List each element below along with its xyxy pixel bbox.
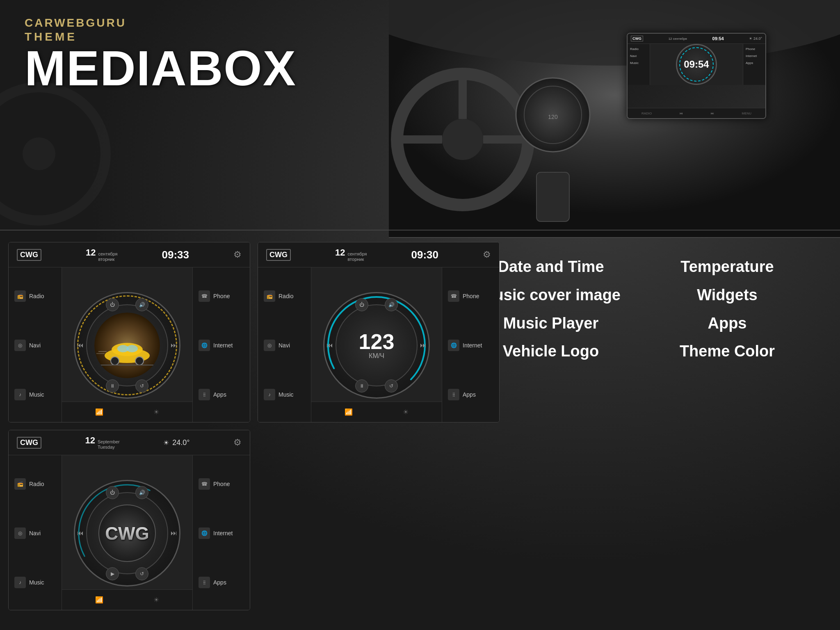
screen1-right-nav: ☎ Phone 🌐 Internet ⣿ Apps xyxy=(192,267,250,422)
screen2-center: ⏻ 🔊 ⏸ ↺ ⏮ ⏭ 123 xyxy=(311,267,442,422)
screen1-phone-icon: ☎ xyxy=(199,290,210,302)
svg-rect-10 xyxy=(536,172,569,221)
screen2-body: 📻 Radio ◎ Navi ♪ Music xyxy=(258,267,499,422)
feature-vehicle-logo: Vehicle Logo xyxy=(479,339,623,364)
screens-grid: CWG 12 сентября вторник 09:33 ⚙ 📻 Radio … xyxy=(8,242,492,610)
screen1-volume-btn[interactable]: 🔊 xyxy=(135,298,148,311)
screen3-nav-radio[interactable]: 📻 Radio xyxy=(9,475,62,493)
screen-speed: CWG 12 сентября вторник 09:30 ⚙ 📻 Radio … xyxy=(258,242,500,422)
screen2-date-num: 12 xyxy=(335,247,345,258)
screen2-prev-btn[interactable]: ⏮ xyxy=(326,342,333,349)
screen1-date-line2: вторник xyxy=(98,257,118,262)
screen3-center: ⏻ 🔊 ▶ ↺ ⏮ ⏭ xyxy=(62,455,192,610)
screen1-album-svg xyxy=(94,313,160,378)
screen1-date-num: 12 xyxy=(86,247,96,258)
screen1-nav-internet[interactable]: 🌐 Internet xyxy=(193,336,250,354)
screen3-nav-music[interactable]: ♪ Music xyxy=(9,573,62,591)
car-screen-inner: CWG 12 сентября 09:54 ☀ 24.0° Radio Navi… xyxy=(628,34,765,118)
screen2-next-btn[interactable]: ⏭ xyxy=(420,342,427,349)
screen1-repeat-btn[interactable]: ↺ xyxy=(135,379,148,393)
screen3-wifi-icon: 📶 xyxy=(95,596,103,604)
screen3-repeat-btn[interactable]: ↺ xyxy=(135,567,148,580)
header-area: CARWEBGURU THEME MEDIABOX xyxy=(25,16,297,93)
screen2-volume-btn[interactable]: 🔊 xyxy=(385,298,398,311)
screen3-temp: 24.0° xyxy=(172,438,189,447)
screen3-date: 12 September Tuesday xyxy=(85,435,119,450)
screen3-prev-btn[interactable]: ⏮ xyxy=(77,530,84,537)
screen1-header: CWG 12 сентября вторник 09:33 ⚙ xyxy=(9,242,250,267)
screen3-music-icon: ♪ xyxy=(14,577,26,588)
screen1-time: 09:33 xyxy=(162,249,189,261)
feature-theme-color: Theme Color xyxy=(655,339,799,364)
brand-name: CARWEBGURU xyxy=(25,16,297,30)
screen2-gear-icon[interactable]: ⚙ xyxy=(483,249,491,260)
speed-unit: КМ/Ч xyxy=(369,352,384,360)
screen2-header: CWG 12 сентября вторник 09:30 ⚙ xyxy=(258,242,499,267)
screen1-dial-inner xyxy=(86,304,168,386)
svg-text:120: 120 xyxy=(548,114,558,120)
screen1-nav-radio[interactable]: 📻 Radio xyxy=(9,287,62,305)
screen3-apps-icon: ⣿ xyxy=(199,577,210,588)
screen1-dial: ⏻ 🔊 ⏸ ↺ ⏮ ⏭ xyxy=(74,292,180,399)
screen1-date-text: сентября вторник xyxy=(98,251,118,262)
screen2-prev-icon: ⏮ xyxy=(326,342,333,349)
screen3-gear-icon[interactable]: ⚙ xyxy=(233,437,242,448)
steering-hub xyxy=(23,137,55,170)
feature-date-time: Date and Time xyxy=(479,254,623,279)
screen2-nav-music[interactable]: ♪ Music xyxy=(258,386,311,404)
screen1-next-btn[interactable]: ⏭ xyxy=(171,342,177,349)
screen1-gear-icon[interactable]: ⚙ xyxy=(233,249,242,260)
screen1-internet-icon: 🌐 xyxy=(199,340,210,351)
feature-music-player: Music Player xyxy=(479,311,623,336)
screen1-radio-icon: 📻 xyxy=(14,290,26,302)
screen1-music-icon: ♪ xyxy=(14,389,26,400)
screen2-date-text: сентября вторник xyxy=(348,251,367,262)
car-image-area: 120 CWG 12 сентября 09:54 ☀ 24.0° xyxy=(389,0,840,238)
screen1-date: 12 сентября вторник xyxy=(86,247,117,262)
screen2-dial-bottom-controls: ⏸ ↺ xyxy=(355,379,398,393)
screen3-nav-apps[interactable]: ⣿ Apps xyxy=(193,573,250,591)
screen2-nav-apps[interactable]: ⣿ Apps xyxy=(442,386,499,404)
screen3-next-btn[interactable]: ⏭ xyxy=(171,530,177,537)
screen3-brightness-icon: ☀ xyxy=(153,596,159,604)
screen3-header: CWG 12 September Tuesday ☀ 24.0° ⚙ xyxy=(9,430,250,455)
screen2-power-btn[interactable]: ⏻ xyxy=(355,298,368,311)
screen1-nav-phone[interactable]: ☎ Phone xyxy=(193,287,250,305)
screen3-footer: 📶 ☀ xyxy=(62,589,192,610)
screen3-volume-btn[interactable]: 🔊 xyxy=(135,486,148,499)
screen1-body: 📻 Radio ◎ Navi ♪ Music xyxy=(9,267,250,422)
screen3-body: 📻 Radio ◎ Navi ♪ Music xyxy=(9,455,250,610)
screen1-prev-btn[interactable]: ⏮ xyxy=(77,342,84,349)
screen3-nav-phone[interactable]: ☎ Phone xyxy=(193,475,250,493)
screen2-logo: CWG xyxy=(266,249,291,261)
screen3-play-btn[interactable]: ▶ xyxy=(106,567,119,580)
screen2-pause-btn[interactable]: ⏸ xyxy=(355,379,368,393)
screen1-nav-navi[interactable]: ◎ Navi xyxy=(9,336,62,354)
screen2-date-line2: вторник xyxy=(348,257,367,262)
svg-text:CWG: CWG xyxy=(105,523,149,543)
speed-value: 123 xyxy=(359,331,395,352)
screen1-center: ⏻ 🔊 ⏸ ↺ ⏮ ⏭ xyxy=(62,267,192,422)
screen2-dial-top-controls: ⏻ 🔊 xyxy=(355,298,398,311)
screen3-logo: CWG xyxy=(17,437,41,449)
screen2-repeat-btn[interactable]: ↺ xyxy=(385,379,398,393)
svg-point-21 xyxy=(126,345,138,352)
screen3-power-btn[interactable]: ⏻ xyxy=(106,486,119,499)
screen2-date-line1: сентября xyxy=(348,251,367,257)
screen2-nav-radio[interactable]: 📻 Radio xyxy=(258,287,311,305)
car-screen-time: 09:54 xyxy=(712,36,724,41)
screen1-power-btn[interactable]: ⏻ xyxy=(106,298,119,311)
screen1-nav-apps[interactable]: ⣿ Apps xyxy=(193,386,250,404)
screen2-footer: 📶 ☀ xyxy=(311,402,442,422)
screen2-nav-phone[interactable]: ☎ Phone xyxy=(442,287,499,305)
screen1-wifi-icon: 📶 xyxy=(95,408,103,416)
svg-point-22 xyxy=(111,357,119,365)
screen1-pause-btn[interactable]: ⏸ xyxy=(106,379,119,393)
screen2-phone-icon: ☎ xyxy=(448,290,459,302)
car-dashboard: 120 CWG 12 сентября 09:54 ☀ 24.0° xyxy=(389,0,840,237)
screen2-dial: ⏻ 🔊 ⏸ ↺ ⏮ ⏭ 123 xyxy=(323,292,430,399)
screen2-music-icon: ♪ xyxy=(264,389,275,400)
screen1-nav-music[interactable]: ♪ Music xyxy=(9,386,62,404)
car-screen-logo: CWG xyxy=(631,36,643,41)
screen3-date-num: 12 xyxy=(85,435,95,446)
